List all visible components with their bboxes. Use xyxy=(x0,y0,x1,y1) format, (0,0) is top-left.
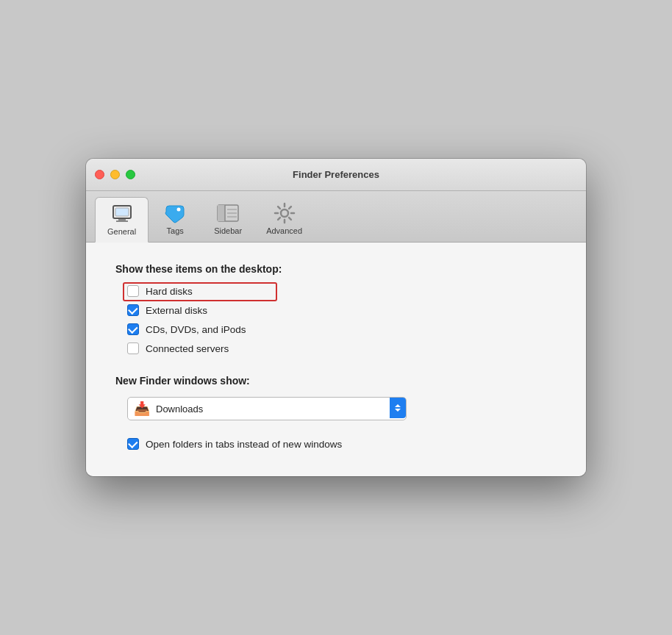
tab-general[interactable]: General xyxy=(95,197,149,243)
tab-advanced[interactable]: Advanced xyxy=(254,197,314,242)
main-content: Show these items on the desktop: Hard di… xyxy=(86,243,586,476)
svg-line-18 xyxy=(289,218,291,220)
advanced-icon xyxy=(273,201,296,225)
desktop-items-section: Show these items on the desktop: Hard di… xyxy=(115,263,557,354)
connected-servers-checkbox[interactable] xyxy=(127,342,139,354)
hard-disks-label: Hard disks xyxy=(146,286,193,297)
external-disks-row: External disks xyxy=(127,304,557,316)
tab-general-label: General xyxy=(107,227,136,236)
open-folders-row: Open folders in tabs instead of new wind… xyxy=(127,438,557,450)
toolbar: General Tags xyxy=(86,191,586,243)
gear-icon-svg xyxy=(273,201,296,225)
arrow-up-icon xyxy=(395,404,401,407)
sidebar-icon xyxy=(216,201,240,225)
new-finder-windows-label: New Finder windows show: xyxy=(115,375,557,387)
title-bar: Finder Preferences xyxy=(86,159,586,191)
connected-servers-label: Connected servers xyxy=(146,343,229,354)
tab-sidebar[interactable]: Sidebar xyxy=(201,197,254,242)
svg-point-12 xyxy=(281,209,288,217)
sidebar-icon-svg xyxy=(216,204,240,223)
minimize-button[interactable] xyxy=(110,170,120,179)
open-folders-label: Open folders in tabs instead of new wind… xyxy=(146,439,342,450)
external-disks-checkbox[interactable] xyxy=(127,304,139,316)
hard-disks-row: Hard disks xyxy=(127,285,557,297)
svg-line-20 xyxy=(289,207,291,209)
svg-line-17 xyxy=(278,207,280,209)
svg-point-4 xyxy=(177,208,181,212)
traffic-lights xyxy=(95,170,135,179)
finder-preferences-window: Finder Preferences General xyxy=(86,159,586,476)
general-icon-svg xyxy=(110,202,134,226)
open-folders-checkbox[interactable] xyxy=(127,438,139,450)
dropdown-arrow-button[interactable] xyxy=(390,398,406,418)
svg-line-19 xyxy=(278,218,280,220)
new-finder-windows-section: New Finder windows show: 📥 Downloads xyxy=(115,375,557,420)
external-disks-label: External disks xyxy=(146,305,207,316)
cds-dvds-label: CDs, DVDs, and iPods xyxy=(146,324,246,335)
maximize-button[interactable] xyxy=(126,170,135,179)
tab-advanced-label: Advanced xyxy=(266,226,302,235)
cds-dvds-row: CDs, DVDs, and iPods xyxy=(127,323,557,335)
desktop-items-label: Show these items on the desktop: xyxy=(115,263,557,275)
new-window-dropdown[interactable]: 📥 Downloads xyxy=(127,397,407,420)
cds-dvds-checkbox[interactable] xyxy=(127,323,139,335)
tab-tags-label: Tags xyxy=(167,226,184,235)
svg-rect-3 xyxy=(115,208,129,216)
dropdown-container: 📥 Downloads xyxy=(127,397,557,420)
downloads-folder-icon: 📥 xyxy=(134,401,150,417)
tab-sidebar-label: Sidebar xyxy=(214,226,242,235)
dropdown-value: Downloads xyxy=(156,403,400,415)
general-icon xyxy=(110,202,134,226)
close-button[interactable] xyxy=(95,170,104,179)
window-title: Finder Preferences xyxy=(293,169,379,180)
tab-tags[interactable]: Tags xyxy=(149,197,201,242)
svg-rect-7 xyxy=(218,205,225,221)
tags-icon xyxy=(163,201,187,225)
hard-disks-checkbox[interactable] xyxy=(127,285,139,297)
tags-icon-svg xyxy=(163,203,187,223)
connected-servers-row: Connected servers xyxy=(127,342,557,354)
arrow-down-icon xyxy=(395,409,401,412)
desktop-items-checkboxes: Hard disks External disks CDs, DVDs, and… xyxy=(127,285,557,354)
